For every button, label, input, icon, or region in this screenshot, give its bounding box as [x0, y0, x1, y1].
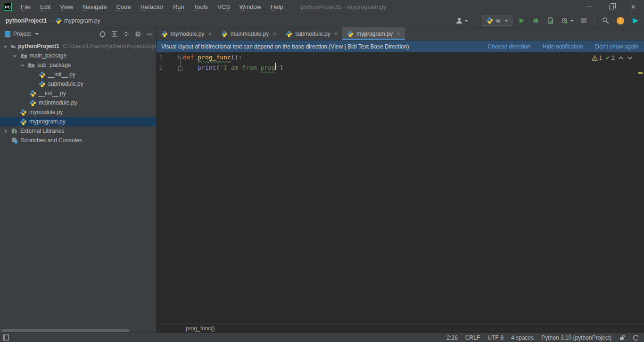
restore-icon — [609, 5, 614, 9]
error-stripe[interactable] — [637, 52, 644, 323]
window-controls: × — [579, 0, 644, 14]
profiler-clock-icon — [561, 17, 569, 24]
event-log-icon[interactable] — [633, 334, 639, 341]
breadcrumb-member[interactable]: prog_func() — [186, 325, 215, 332]
code-editor[interactable]: 1 − def prog_func(): 2 print('I am from … — [157, 52, 644, 323]
collapse-all-icon[interactable] — [123, 31, 130, 38]
debug-button[interactable] — [530, 16, 541, 25]
hide-panel-icon[interactable] — [146, 31, 153, 38]
menu-navigate[interactable]: Navigate — [78, 1, 111, 12]
tab-mainmodule[interactable]: mainmodule.py × — [216, 27, 281, 40]
warning-stripe-mark[interactable] — [638, 72, 643, 74]
menu-run[interactable]: Run — [169, 1, 189, 12]
tab-mymodule[interactable]: mymodule.py × — [157, 27, 216, 40]
chevron-expanded-icon — [3, 44, 8, 49]
menu-tools[interactable]: Tools — [190, 1, 212, 12]
next-problem-icon[interactable] — [627, 56, 633, 60]
tab-close-icon[interactable]: × — [272, 30, 276, 37]
python-file-icon — [29, 90, 36, 97]
tab-close-icon[interactable]: × — [396, 30, 400, 37]
tree-item-submodule[interactable]: submodule.py — [0, 79, 156, 89]
restore-button[interactable] — [601, 0, 622, 14]
tree-item-sub-package[interactable]: sub_package — [0, 60, 156, 70]
bidi-notification-banner: Visual layout of bidirectional text can … — [157, 41, 644, 52]
tree-item-scratches[interactable]: Scratches and Consoles — [0, 136, 156, 145]
menu-vcs[interactable]: VCS — [213, 1, 234, 12]
tree-item-myprogram-selected[interactable]: myprogram.py — [0, 117, 156, 126]
tree-item-project-root[interactable]: pythonProject1 C:\Users\Elham\PycharmPro… — [0, 41, 156, 51]
tree-label: External Libraries — [20, 128, 64, 134]
stop-icon — [581, 18, 586, 23]
line-ending-indicator[interactable]: CRLF — [465, 334, 480, 341]
minimize-button[interactable] — [579, 0, 601, 14]
tab-close-icon[interactable]: × — [334, 30, 338, 37]
navigation-bar: pythonProject1 › myprogram.py w — [0, 14, 644, 27]
caret-position[interactable]: 2:26 — [447, 334, 458, 341]
menu-window[interactable]: Window — [235, 1, 265, 12]
unlock-icon[interactable] — [619, 334, 625, 341]
choose-direction-link[interactable]: Choose direction — [488, 43, 530, 50]
fold-end-icon[interactable] — [178, 66, 182, 71]
editor-breadcrumbs[interactable]: prog_func() — [157, 323, 644, 333]
warning-count[interactable]: 1 — [592, 55, 603, 61]
profiler-button[interactable] — [560, 16, 576, 25]
tree-item-main-init[interactable]: __init__.py — [0, 89, 156, 98]
breadcrumb-file[interactable]: myprogram.py — [55, 17, 100, 24]
code-line-1[interactable]: 1 − def prog_func(): — [157, 52, 644, 63]
run-with-coverage-button[interactable] — [545, 16, 556, 25]
tree-item-mainmodule[interactable]: mainmodule.py — [0, 98, 156, 107]
inspection-widget[interactable]: 1 ✔ 2 — [592, 55, 633, 61]
scrollbar-thumb[interactable] — [1, 329, 129, 332]
code-line-2[interactable]: 2 print('I am from prog') — [157, 63, 644, 73]
fold-collapse-icon[interactable]: − — [178, 55, 182, 59]
previous-problem-icon[interactable] — [618, 56, 624, 60]
tab-close-icon[interactable]: × — [208, 30, 212, 37]
menu-view[interactable]: View — [56, 1, 77, 12]
code-with-me-button[interactable] — [630, 16, 641, 26]
gear-icon[interactable] — [134, 31, 141, 38]
project-horizontal-scrollbar[interactable] — [0, 329, 156, 333]
indent-indicator[interactable]: 4 spaces — [511, 334, 534, 341]
chevron-down-icon — [35, 33, 39, 35]
search-everywhere-button[interactable] — [600, 16, 611, 25]
select-opened-file-icon[interactable] — [99, 31, 106, 38]
menu-edit[interactable]: Edit — [36, 1, 55, 12]
tab-label: myprogram.py — [356, 31, 393, 37]
python-file-icon — [20, 118, 27, 125]
minimize-icon — [587, 7, 593, 7]
menu-refactor[interactable]: Refactor — [136, 1, 168, 12]
project-panel-title[interactable]: Project — [5, 31, 39, 37]
chevron-down-icon — [504, 20, 508, 22]
menu-help[interactable]: Help — [266, 1, 288, 12]
editor-tabs: mymodule.py × mainmodule.py × submodule.… — [157, 27, 644, 41]
dont-show-again-link[interactable]: Don't show again — [595, 43, 638, 50]
tree-item-sub-init[interactable]: __init__.py — [0, 70, 156, 79]
ide-update-button[interactable]: ↑ — [615, 16, 626, 26]
main-area: Project — [0, 27, 644, 333]
close-icon: × — [631, 3, 635, 11]
hide-notification-link[interactable]: Hide notification — [543, 43, 583, 50]
chevron-down-icon — [570, 20, 574, 22]
tab-submodule[interactable]: submodule.py × — [281, 27, 342, 40]
expand-all-icon[interactable] — [111, 31, 118, 38]
user-profile-button[interactable] — [454, 16, 470, 26]
typo-count[interactable]: ✔ 2 — [605, 55, 615, 61]
close-button[interactable]: × — [622, 0, 644, 14]
run-configuration-select[interactable]: w — [482, 16, 512, 26]
stop-button[interactable] — [579, 16, 588, 24]
menu-file[interactable]: File — [17, 1, 35, 12]
breadcrumb-project[interactable]: pythonProject1 — [6, 17, 47, 24]
tool-window-switcher-icon[interactable] — [3, 334, 9, 341]
menu-code[interactable]: Code — [112, 1, 135, 12]
tree-label: main_package — [30, 52, 66, 59]
run-button[interactable] — [516, 16, 527, 25]
encoding-indicator[interactable]: UTF-8 — [487, 334, 504, 341]
punctuation: ( — [216, 63, 220, 73]
python-file-icon — [29, 99, 36, 106]
tree-item-mymodule[interactable]: mymodule.py — [0, 107, 156, 117]
tab-myprogram-active[interactable]: myprogram.py × — [342, 27, 405, 40]
title-bar: PC File Edit View Navigate Code Refactor… — [0, 0, 644, 14]
interpreter-indicator[interactable]: Python 3.10 (pythonProject) — [541, 334, 611, 341]
tree-item-external-libraries[interactable]: External Libraries — [0, 126, 156, 136]
tree-item-main-package[interactable]: main_package — [0, 51, 156, 60]
